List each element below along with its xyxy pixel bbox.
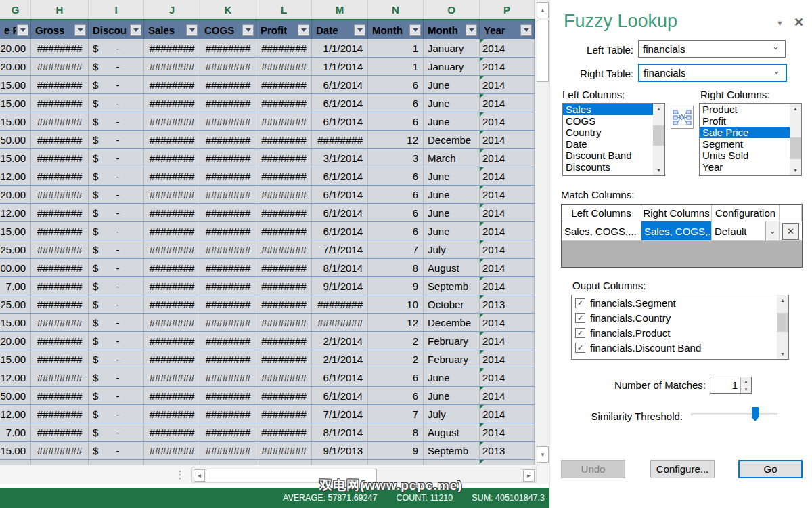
cell-discounts[interactable]: $- bbox=[89, 277, 144, 295]
cell-year[interactable]: 2014 bbox=[480, 112, 535, 130]
cell-month-name[interactable]: July bbox=[424, 240, 480, 258]
filter-button[interactable] bbox=[186, 24, 198, 36]
cell-cogs[interactable]: ######## bbox=[200, 368, 256, 386]
cell-month-number[interactable]: 6 bbox=[368, 222, 424, 240]
cell-discounts[interactable]: $- bbox=[89, 259, 144, 276]
list-item[interactable]: Date bbox=[563, 138, 653, 150]
cell-month-number[interactable] bbox=[368, 460, 424, 465]
cell-profit[interactable]: ######## bbox=[256, 259, 312, 276]
cell-cogs[interactable]: ######## bbox=[200, 39, 256, 57]
cell-sales[interactable]: ######## bbox=[144, 387, 200, 404]
cell-profit[interactable]: ######## bbox=[256, 314, 312, 331]
cell-month-number[interactable]: 8 bbox=[368, 259, 424, 276]
checkbox-checked[interactable]: ✓ bbox=[575, 328, 585, 338]
cell-discounts[interactable]: $- bbox=[89, 204, 144, 221]
cell-month-number[interactable]: 3 bbox=[368, 149, 424, 167]
column-header-M[interactable]: M bbox=[312, 0, 368, 19]
cell-sales[interactable]: ######## bbox=[144, 295, 200, 313]
cell-date[interactable] bbox=[312, 460, 368, 465]
cell-sale-price[interactable]: 7.00 bbox=[0, 423, 31, 441]
cell-date[interactable]: 6/1/2014 bbox=[312, 204, 368, 221]
cell-sales[interactable]: ######## bbox=[144, 186, 200, 203]
cell-discounts[interactable]: $- bbox=[89, 131, 144, 148]
cell-profit[interactable]: ######## bbox=[256, 39, 312, 57]
cell-profit[interactable]: ######## bbox=[256, 94, 312, 112]
cell-date[interactable]: 9/1/2014 bbox=[312, 277, 368, 295]
filter-button[interactable] bbox=[298, 24, 309, 36]
cell-profit[interactable]: ######## bbox=[256, 332, 312, 350]
cell-date[interactable]: 6/1/2014 bbox=[312, 222, 368, 240]
list-item[interactable]: Segment bbox=[700, 138, 790, 150]
list-item[interactable]: Discounts bbox=[563, 161, 653, 173]
filter-button[interactable] bbox=[466, 24, 477, 36]
cell-date[interactable]: 1/1/2014 bbox=[312, 58, 368, 75]
cell-month-number[interactable]: 7 bbox=[368, 240, 424, 258]
cell-profit[interactable]: ######## bbox=[256, 442, 312, 459]
match-right-cell[interactable]: Sales, COGS,... bbox=[641, 221, 712, 240]
cell-discounts[interactable]: $- bbox=[89, 240, 144, 258]
cell-sale-price[interactable]: 15.00 bbox=[0, 94, 31, 112]
config-dropdown-button[interactable]: ⌄ bbox=[765, 221, 779, 240]
cell-sales[interactable]: ######## bbox=[144, 204, 200, 221]
table-header-cell[interactable]: COGS bbox=[200, 20, 256, 39]
cell-month-number[interactable]: 6 bbox=[368, 76, 424, 93]
cell-year[interactable]: 2014 bbox=[480, 368, 535, 386]
cell-profit[interactable]: ######## bbox=[256, 423, 312, 441]
cell-date[interactable]: 6/1/2014 bbox=[312, 94, 368, 112]
cell-month-name[interactable]: Decembe bbox=[424, 314, 480, 331]
chevron-down-icon[interactable]: ▼ bbox=[776, 19, 784, 27]
cell-cogs[interactable]: ######## bbox=[200, 186, 256, 203]
cell-sale-price[interactable]: 12.00 bbox=[0, 368, 31, 386]
output-column-item[interactable]: ✓financials.Country bbox=[572, 310, 777, 325]
cell-date[interactable]: 3/1/2014 bbox=[312, 149, 368, 167]
cell-year[interactable]: 2014 bbox=[480, 350, 535, 368]
cell-sale-price[interactable] bbox=[0, 460, 31, 465]
column-header-N[interactable]: N bbox=[368, 0, 424, 19]
cell-date[interactable]: 6/1/2014 bbox=[312, 167, 368, 185]
cell-cogs[interactable]: ######## bbox=[200, 423, 256, 441]
cell-date[interactable]: 6/1/2014 bbox=[312, 112, 368, 130]
filter-button[interactable] bbox=[74, 24, 86, 36]
cell-month-number[interactable]: 2 bbox=[368, 350, 424, 368]
cell-month-name[interactable]: January bbox=[424, 39, 480, 57]
cell-gross-sales[interactable]: ######## bbox=[31, 76, 89, 93]
cell-date[interactable]: 9/1/2013 bbox=[312, 442, 368, 459]
cell-year[interactable]: 2013 bbox=[480, 295, 535, 313]
cell-cogs[interactable]: ######## bbox=[200, 295, 256, 313]
cell-year[interactable]: 2014 bbox=[480, 405, 535, 423]
table-header-cell[interactable]: Gross bbox=[31, 20, 89, 39]
cell-sales[interactable] bbox=[144, 460, 200, 465]
scrollbar-thumb[interactable] bbox=[790, 137, 801, 159]
cell-month-number[interactable]: 9 bbox=[368, 442, 424, 459]
scroll-up-button[interactable]: ▲ bbox=[653, 104, 664, 114]
cell-date[interactable]: 6/1/2014 bbox=[312, 76, 368, 93]
cell-year[interactable]: 2014 bbox=[480, 76, 535, 93]
cell-profit[interactable]: ######## bbox=[256, 295, 312, 313]
cell-sales[interactable]: ######## bbox=[144, 423, 200, 441]
cell-gross-sales[interactable]: ######## bbox=[31, 58, 89, 75]
checkbox-checked[interactable]: ✓ bbox=[575, 343, 585, 353]
vertical-scrollbar-thumb[interactable] bbox=[537, 20, 549, 82]
cell-sale-price[interactable]: 25.00 bbox=[0, 295, 31, 313]
cell-month-name[interactable] bbox=[424, 460, 480, 465]
table-header-cell[interactable]: Year bbox=[480, 20, 535, 39]
scroll-up-button[interactable]: ▲ bbox=[790, 104, 801, 114]
list-item[interactable]: COGS bbox=[563, 115, 653, 127]
cell-gross-sales[interactable]: ######## bbox=[31, 204, 89, 221]
cell-profit[interactable]: ######## bbox=[256, 277, 312, 295]
cell-month-name[interactable]: June bbox=[424, 204, 480, 221]
cell-sales[interactable]: ######## bbox=[144, 112, 200, 130]
cell-sales[interactable]: ######## bbox=[144, 368, 200, 386]
cell-cogs[interactable]: ######## bbox=[200, 332, 256, 350]
cell-sales[interactable]: ######## bbox=[144, 149, 200, 167]
cell-sale-price[interactable]: 12.00 bbox=[0, 405, 31, 423]
cell-month-number[interactable]: 12 bbox=[368, 314, 424, 331]
right-columns-list[interactable]: ProductProfitSale PriceSegmentUnits Sold… bbox=[699, 103, 802, 176]
filter-button[interactable] bbox=[17, 24, 28, 36]
cell-gross-sales[interactable]: ######## bbox=[31, 259, 89, 276]
cell-cogs[interactable]: ######## bbox=[200, 387, 256, 404]
list-item[interactable]: Discount Band bbox=[563, 150, 653, 161]
cell-date[interactable]: 6/1/2014 bbox=[312, 186, 368, 203]
cell-sales[interactable]: ######## bbox=[144, 222, 200, 240]
cell-year[interactable]: 2014 bbox=[480, 39, 535, 57]
